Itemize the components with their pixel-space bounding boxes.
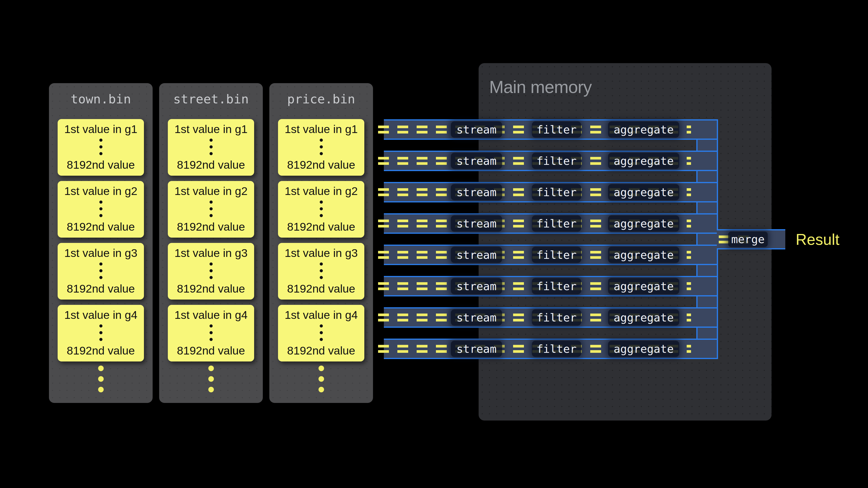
ellipsis-vertical-icon bbox=[99, 138, 102, 155]
stage-aggregate: aggregate bbox=[608, 216, 679, 232]
granule-last-label: 8192nd value bbox=[67, 158, 135, 171]
granule-last-label: 8192nd value bbox=[177, 158, 245, 171]
stage-aggregate: aggregate bbox=[608, 122, 679, 138]
ellipsis-vertical-icon bbox=[159, 365, 263, 392]
granule-last-label: 8192nd value bbox=[287, 344, 355, 357]
granule-cell: 1st value in g1 8192nd value bbox=[168, 119, 254, 176]
granule-cell: 1st value in g1 8192nd value bbox=[58, 119, 144, 176]
lane-gap bbox=[384, 234, 698, 245]
lane-gap bbox=[384, 202, 698, 213]
file-title: price.bin bbox=[269, 83, 373, 115]
granule-first-label: 1st value in g3 bbox=[284, 246, 358, 260]
ellipsis-vertical-icon bbox=[210, 262, 213, 279]
granule-first-label: 1st value in g4 bbox=[174, 308, 247, 322]
granule-last-label: 8192nd value bbox=[67, 344, 135, 357]
granule-first-label: 1st value in g3 bbox=[174, 246, 247, 260]
granule-last-label: 8192nd value bbox=[287, 282, 355, 295]
pipeline-right-border bbox=[717, 119, 718, 229]
main-memory-title: Main memory bbox=[489, 77, 592, 97]
stage-stream: stream bbox=[451, 278, 502, 294]
stage-aggregate: aggregate bbox=[608, 153, 679, 169]
granule-last-label: 8192nd value bbox=[287, 158, 355, 171]
granule-cell: 1st value in g2 8192nd value bbox=[168, 181, 254, 238]
stage-filter: filter bbox=[532, 184, 581, 200]
granule-cell: 1st value in g4 8192nd value bbox=[278, 305, 364, 361]
pipeline-right-border bbox=[717, 250, 718, 359]
stage-stream: stream bbox=[451, 122, 502, 138]
granule-last-label: 8192nd value bbox=[287, 220, 355, 233]
stage-filter: filter bbox=[532, 310, 581, 326]
pipeline-diagram: Main memory town.bin 1st value in g1 819… bbox=[0, 0, 868, 488]
stage-aggregate: aggregate bbox=[608, 247, 679, 263]
granule-first-label: 1st value in g2 bbox=[284, 184, 358, 198]
granule-last-label: 8192nd value bbox=[177, 344, 245, 357]
granule-cell: 1st value in g2 8192nd value bbox=[58, 181, 144, 238]
granule-cell: 1st value in g3 8192nd value bbox=[168, 243, 254, 299]
stage-stream: stream bbox=[451, 184, 502, 200]
granule-first-label: 1st value in g4 bbox=[284, 308, 358, 322]
stage-filter: filter bbox=[532, 278, 581, 294]
pipeline-lane-4: stream filter aggregate bbox=[384, 213, 717, 234]
stage-aggregate: aggregate bbox=[608, 184, 679, 200]
ellipsis-vertical-icon bbox=[210, 324, 213, 341]
stage-aggregate: aggregate bbox=[608, 278, 679, 294]
lane-gap bbox=[384, 328, 698, 338]
granule-first-label: 1st value in g2 bbox=[64, 184, 137, 198]
ellipsis-vertical-icon bbox=[49, 365, 153, 392]
granule-cell: 1st value in g3 8192nd value bbox=[58, 243, 144, 299]
granule-last-label: 8192nd value bbox=[67, 220, 135, 233]
lane-gap bbox=[384, 171, 698, 182]
lane-gap bbox=[384, 265, 698, 276]
file-column-price: price.bin 1st value in g1 8192nd value 1… bbox=[269, 83, 373, 403]
pipeline-lane-8: stream filter aggregate bbox=[384, 338, 717, 359]
stage-filter: filter bbox=[532, 341, 581, 357]
stage-stream: stream bbox=[451, 341, 502, 357]
ellipsis-vertical-icon bbox=[320, 200, 323, 217]
file-column-town: town.bin 1st value in g1 8192nd value 1s… bbox=[49, 83, 153, 403]
granule-first-label: 1st value in g3 bbox=[64, 246, 137, 260]
stage-stream: stream bbox=[451, 247, 502, 263]
lane-gap bbox=[384, 140, 698, 151]
lane-gap bbox=[384, 296, 698, 307]
stage-stream: stream bbox=[451, 153, 502, 169]
pipeline-lane-3: stream filter aggregate bbox=[384, 182, 717, 202]
granule-first-label: 1st value in g4 bbox=[64, 308, 137, 322]
pipeline-lane-6: stream filter aggregate bbox=[384, 276, 717, 296]
ellipsis-vertical-icon bbox=[320, 262, 323, 279]
granule-cell: 1st value in g1 8192nd value bbox=[278, 119, 364, 176]
pipeline-lane-5: stream filter aggregate bbox=[384, 245, 717, 265]
granule-last-label: 8192nd value bbox=[177, 220, 245, 233]
ellipsis-vertical-icon bbox=[269, 365, 373, 392]
ellipsis-vertical-icon bbox=[210, 138, 213, 155]
ellipsis-vertical-icon bbox=[210, 200, 213, 217]
granule-cell: 1st value in g2 8192nd value bbox=[278, 181, 364, 238]
stage-aggregate: aggregate bbox=[608, 310, 679, 326]
pipeline-lane-7: stream filter aggregate bbox=[384, 307, 717, 328]
granule-first-label: 1st value in g1 bbox=[284, 123, 358, 136]
stage-merge: merge bbox=[728, 232, 768, 247]
merge-band: merge bbox=[717, 229, 785, 250]
granule-last-label: 8192nd value bbox=[67, 282, 135, 295]
result-label: Result bbox=[796, 231, 839, 249]
stage-filter: filter bbox=[532, 122, 581, 138]
granule-cell: 1st value in g4 8192nd value bbox=[168, 305, 254, 361]
ellipsis-vertical-icon bbox=[320, 138, 323, 155]
granule-first-label: 1st value in g1 bbox=[64, 123, 137, 136]
stage-filter: filter bbox=[532, 153, 581, 169]
granule-first-label: 1st value in g1 bbox=[174, 123, 247, 136]
granule-first-label: 1st value in g2 bbox=[174, 184, 247, 198]
granule-cell: 1st value in g4 8192nd value bbox=[58, 305, 144, 361]
stage-filter: filter bbox=[532, 216, 581, 232]
granule-last-label: 8192nd value bbox=[177, 282, 245, 295]
ellipsis-vertical-icon bbox=[99, 324, 102, 341]
stage-filter: filter bbox=[532, 247, 581, 263]
pipeline-lane-1: stream filter aggregate bbox=[384, 119, 717, 140]
file-title: street.bin bbox=[159, 83, 263, 115]
stage-aggregate: aggregate bbox=[608, 341, 679, 357]
stage-stream: stream bbox=[451, 216, 502, 232]
ellipsis-vertical-icon bbox=[99, 200, 102, 217]
ellipsis-vertical-icon bbox=[320, 324, 323, 341]
file-column-street: street.bin 1st value in g1 8192nd value … bbox=[159, 83, 263, 403]
granule-cell: 1st value in g3 8192nd value bbox=[278, 243, 364, 299]
file-title: town.bin bbox=[49, 83, 153, 115]
